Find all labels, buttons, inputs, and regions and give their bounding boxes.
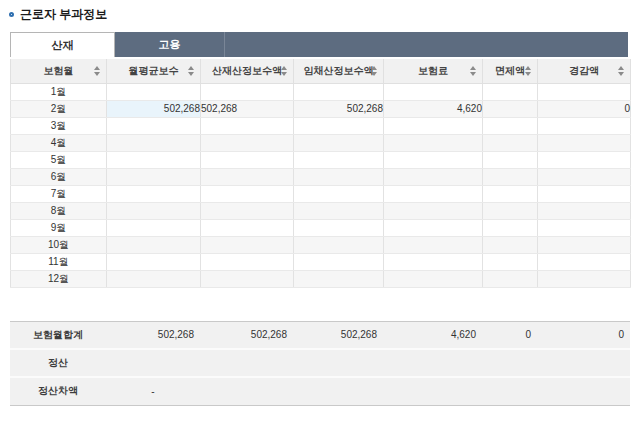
value-cell	[294, 151, 384, 168]
value-cell	[201, 168, 294, 185]
summary-value-cell: 502,268	[293, 321, 383, 349]
column-header[interactable]: 산재산정보수액	[201, 59, 294, 83]
value-cell	[538, 83, 631, 100]
table-row: 2월502,268502,268502,2684,6200	[11, 100, 631, 117]
value-cell	[483, 202, 538, 219]
value-cell	[538, 134, 631, 151]
month-cell: 12월	[11, 270, 107, 287]
value-cell	[107, 117, 201, 134]
table-row: 11월	[11, 253, 631, 270]
column-header-label: 보험료	[418, 65, 448, 76]
summary-value-cell	[537, 377, 630, 405]
sort-icon[interactable]	[371, 66, 377, 76]
value-cell	[201, 270, 294, 287]
value-cell	[483, 253, 538, 270]
value-cell	[201, 151, 294, 168]
summary-row-label: 보험월합계	[10, 321, 106, 349]
value-cell	[107, 185, 201, 202]
value-cell	[483, 134, 538, 151]
sort-icon[interactable]	[94, 66, 100, 76]
value-cell	[107, 236, 201, 253]
sort-icon[interactable]	[618, 66, 624, 76]
bullet-icon	[9, 12, 14, 17]
column-header-label: 월평균보수	[129, 65, 179, 76]
summary-row-label: 정산차액	[10, 377, 106, 405]
column-header[interactable]: 보험월	[11, 59, 107, 83]
value-cell	[483, 100, 538, 117]
value-cell	[384, 219, 483, 236]
table-row: 4월	[11, 134, 631, 151]
summary-value-cell	[482, 377, 537, 405]
value-cell	[384, 185, 483, 202]
column-header[interactable]: 경감액	[538, 59, 631, 83]
value-cell	[107, 83, 201, 100]
value-cell	[107, 270, 201, 287]
value-cell	[384, 253, 483, 270]
value-cell[interactable]: 502,268	[107, 100, 201, 117]
tab-employment[interactable]: 고용	[115, 32, 225, 57]
summary-row: 정산	[10, 349, 630, 377]
value-cell	[384, 236, 483, 253]
value-cell	[384, 117, 483, 134]
value-cell	[538, 185, 631, 202]
value-cell	[538, 117, 631, 134]
column-header[interactable]: 월평균보수	[107, 59, 201, 83]
value-cell	[384, 168, 483, 185]
summary-row-label: 정산	[10, 349, 106, 377]
table-header-row: 보험월월평균보수산재산정보수액임채산정보수액보험료면제액경감액	[11, 59, 631, 83]
table-row: 9월	[11, 219, 631, 236]
value-cell	[384, 151, 483, 168]
value-cell	[483, 185, 538, 202]
sort-icon[interactable]	[470, 66, 476, 76]
sort-icon[interactable]	[525, 66, 531, 76]
tab-bar: 산재 고용	[10, 32, 628, 57]
summary-value-cell: 0	[537, 321, 630, 349]
table-row: 3월	[11, 117, 631, 134]
column-header[interactable]: 면제액	[483, 59, 538, 83]
value-cell: 0	[538, 100, 631, 117]
value-cell	[538, 151, 631, 168]
value-cell	[538, 236, 631, 253]
value-cell	[107, 202, 201, 219]
value-cell	[201, 134, 294, 151]
page-title: 근로자 부과정보	[20, 6, 107, 23]
table-row: 8월	[11, 202, 631, 219]
value-cell	[538, 219, 631, 236]
sort-icon[interactable]	[188, 66, 194, 76]
value-cell	[201, 185, 294, 202]
column-header-label: 산재산정보수액	[212, 65, 282, 76]
summary-value-cell: 502,268	[200, 321, 293, 349]
summary-value-cell	[293, 349, 383, 377]
value-cell	[483, 236, 538, 253]
month-cell: 11월	[11, 253, 107, 270]
value-cell	[483, 117, 538, 134]
value-cell	[294, 270, 384, 287]
value-cell	[294, 134, 384, 151]
table-row: 1월	[11, 83, 631, 100]
value-cell	[483, 219, 538, 236]
column-header[interactable]: 임채산정보수액	[294, 59, 384, 83]
value-cell	[483, 151, 538, 168]
value-cell	[384, 202, 483, 219]
table-row: 12월	[11, 270, 631, 287]
column-header[interactable]: 보험료	[384, 59, 483, 83]
value-cell	[107, 253, 201, 270]
summary-row: 정산차액-	[10, 377, 630, 405]
value-cell	[384, 134, 483, 151]
month-cell: 9월	[11, 219, 107, 236]
value-cell	[538, 202, 631, 219]
value-cell	[294, 202, 384, 219]
tab-industrial-accident[interactable]: 산재	[10, 32, 115, 57]
sort-icon[interactable]	[281, 66, 287, 76]
value-cell	[201, 253, 294, 270]
page-title-row: 근로자 부과정보	[9, 6, 644, 22]
summary-row: 보험월합계502,268502,268502,2684,62000	[10, 321, 630, 349]
month-cell: 2월	[11, 100, 107, 117]
summary-value-cell: 0	[482, 321, 537, 349]
value-cell	[107, 168, 201, 185]
summary-value-cell	[383, 349, 482, 377]
column-header-label: 면제액	[495, 65, 525, 76]
month-cell: 10월	[11, 236, 107, 253]
value-cell: 502,268	[201, 100, 294, 117]
value-cell	[294, 168, 384, 185]
